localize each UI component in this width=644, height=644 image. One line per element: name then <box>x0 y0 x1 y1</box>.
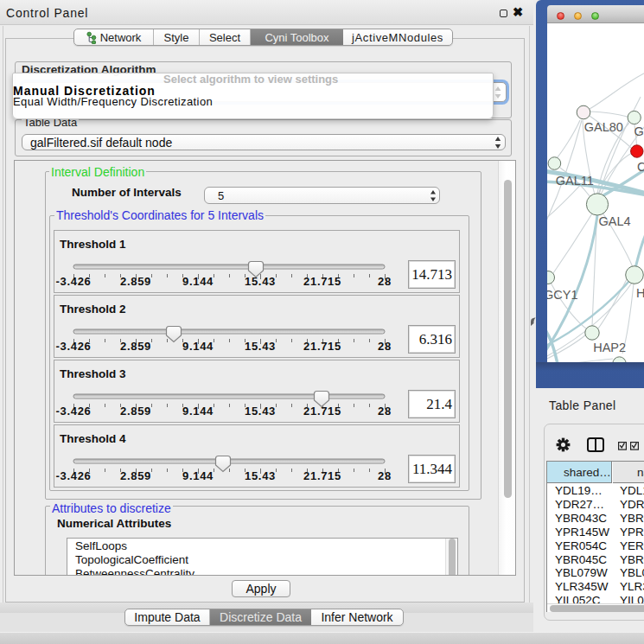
svg-text:2.859: 2.859 <box>120 469 151 482</box>
svg-text:2.859: 2.859 <box>120 275 151 288</box>
svg-text:28: 28 <box>378 275 392 288</box>
svg-text:9.144: 9.144 <box>182 469 214 482</box>
svg-text:28: 28 <box>378 405 392 418</box>
svg-text:-3.426: -3.426 <box>55 340 91 353</box>
svg-text:15.43: 15.43 <box>245 469 276 482</box>
svg-text:9.144: 9.144 <box>182 275 214 288</box>
svg-text:2.859: 2.859 <box>120 340 151 353</box>
svg-text:-3.426: -3.426 <box>55 405 91 418</box>
svg-text:-3.426: -3.426 <box>55 469 91 482</box>
svg-text:15.43: 15.43 <box>245 275 276 288</box>
svg-text:HA: HA <box>636 286 644 300</box>
svg-text:21.715: 21.715 <box>303 340 341 353</box>
svg-text:GAL11: GAL11 <box>556 174 594 188</box>
svg-text:2.859: 2.859 <box>120 405 151 418</box>
svg-text:-3.426: -3.426 <box>55 275 91 288</box>
svg-text:21.715: 21.715 <box>303 469 341 482</box>
svg-text:9.144: 9.144 <box>182 405 214 418</box>
svg-text:21.715: 21.715 <box>303 275 341 288</box>
svg-text:28: 28 <box>378 469 392 482</box>
svg-text:GCY1: GCY1 <box>547 288 578 302</box>
svg-text:GAL80: GAL80 <box>584 120 623 134</box>
svg-text:28: 28 <box>378 340 392 353</box>
svg-text:9.144: 9.144 <box>182 340 214 353</box>
svg-text:GAL4: GAL4 <box>599 214 631 228</box>
svg-text:HAP2: HAP2 <box>593 341 626 354</box>
svg-text:15.43: 15.43 <box>245 340 276 353</box>
svg-text:15.43: 15.43 <box>245 405 276 418</box>
svg-text:G..: G.. <box>634 124 644 138</box>
svg-text:C: C <box>637 160 644 174</box>
